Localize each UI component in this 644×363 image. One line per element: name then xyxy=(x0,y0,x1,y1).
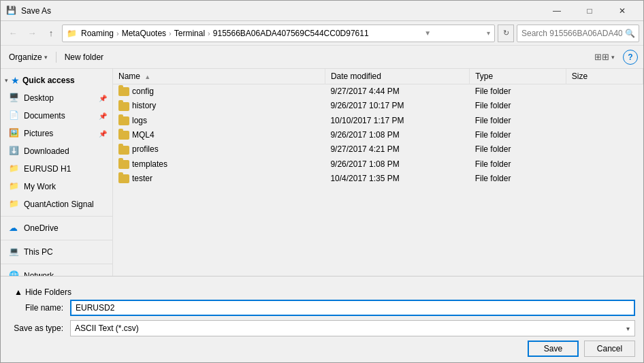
file-size-cell xyxy=(566,171,643,185)
name-sort-arrow: ▲ xyxy=(144,74,150,80)
file-date-cell: 9/26/2017 10:17 PM xyxy=(325,99,469,113)
sidebar-item-documents[interactable]: 📄 Documents 📌 xyxy=(1,107,112,125)
file-date-cell: 10/10/2017 1:17 PM xyxy=(325,113,469,127)
search-input[interactable] xyxy=(517,25,639,42)
sidebar-item-downloaded-label: Downloaded xyxy=(24,146,69,156)
file-type-cell: File folder xyxy=(470,113,566,127)
table-row[interactable]: MQL4 9/26/2017 1:08 PM File folder xyxy=(113,127,643,142)
file-type-cell: File folder xyxy=(470,142,566,157)
address-bar-chevron[interactable]: ▼ xyxy=(424,29,431,37)
hide-folders-label: Hide Folders xyxy=(25,287,71,297)
organize-button[interactable]: Organize ▾ xyxy=(6,51,50,63)
pictures-pin-icon: 📌 xyxy=(99,130,107,138)
filename-label: File name: xyxy=(9,303,70,313)
table-row[interactable]: config 9/27/2017 4:44 PM File folder xyxy=(113,84,643,99)
up-button[interactable]: ↑ xyxy=(43,25,59,42)
file-size-cell xyxy=(566,99,643,113)
save-as-window: 💾 Save As — □ ✕ ← → ↑ 📁Roaming›MetaQuote… xyxy=(0,0,644,363)
file-type-cell: File folder xyxy=(470,99,566,113)
filetype-wrapper: ASCII Text (*.csv) ▾ xyxy=(70,320,635,336)
sidebar-item-eurusd[interactable]: 📁 EURUSD H1 xyxy=(1,160,112,178)
search-wrapper: 🔍 xyxy=(517,25,639,42)
help-button[interactable]: ? xyxy=(623,50,638,65)
file-date-cell: 9/26/2017 1:08 PM xyxy=(325,157,469,171)
sidebar-item-pictures[interactable]: 🖼️ Pictures 📌 xyxy=(1,125,112,142)
address-bar-chevron[interactable]: ▾ xyxy=(487,29,490,37)
folder-icon xyxy=(118,131,129,140)
sidebar-item-documents-label: Documents xyxy=(24,111,65,121)
refresh-button[interactable]: ↻ xyxy=(498,25,514,42)
onedrive-icon: ☁ xyxy=(9,223,20,234)
file-size-cell xyxy=(566,157,643,171)
minimize-button[interactable]: — xyxy=(541,1,573,21)
address-toolbar: ← → ↑ 📁Roaming›MetaQuotes›Terminal›91556… xyxy=(1,21,643,46)
main-content: ▾ ★ Quick access 🖥️ Desktop 📌 📄 Document… xyxy=(1,69,643,276)
file-scroll[interactable]: Name ▲ Date modified Type Size xyxy=(113,69,643,276)
quick-access-section: ▾ ★ Quick access 🖥️ Desktop 📌 📄 Document… xyxy=(1,72,112,213)
col-header-date[interactable]: Date modified xyxy=(325,69,469,84)
quick-access-icon: ★ xyxy=(11,75,20,86)
sidebar: ▾ ★ Quick access 🖥️ Desktop 📌 📄 Document… xyxy=(1,69,113,276)
file-date-cell: 10/4/2017 1:35 PM xyxy=(325,171,469,185)
sidebar-item-quantaction[interactable]: 📁 QuantAction Signal xyxy=(1,195,112,213)
address-bar[interactable]: 📁Roaming›MetaQuotes›Terminal›915566BA06A… xyxy=(62,25,495,42)
col-header-name[interactable]: Name ▲ xyxy=(113,69,325,84)
file-type-cell: File folder xyxy=(470,84,566,99)
close-button[interactable]: ✕ xyxy=(607,1,638,21)
file-area: Name ▲ Date modified Type Size xyxy=(113,69,643,276)
col-header-type[interactable]: Type xyxy=(470,69,566,84)
new-folder-button[interactable]: New folder xyxy=(62,51,106,63)
file-date-cell: 9/27/2017 4:44 PM xyxy=(325,84,469,99)
save-button[interactable]: Save xyxy=(528,341,579,357)
forward-button[interactable]: → xyxy=(24,25,40,42)
sidebar-item-onedrive[interactable]: ☁ OneDrive xyxy=(1,219,112,237)
command-separator xyxy=(56,52,57,63)
command-bar: Organize ▾ New folder ⊞⊞ ▾ ? xyxy=(1,46,643,69)
documents-pin-icon: 📌 xyxy=(99,112,107,120)
documents-icon: 📄 xyxy=(9,110,20,121)
view-button[interactable]: ⊞⊞ ▾ xyxy=(592,50,617,63)
filetype-select[interactable]: ASCII Text (*.csv) xyxy=(70,320,635,336)
filename-input[interactable] xyxy=(70,300,635,316)
sidebar-item-my-work[interactable]: 📁 My Work xyxy=(1,178,112,195)
button-row: Save Cancel xyxy=(9,341,635,357)
file-size-cell xyxy=(566,127,643,142)
bottom-section: ▲ Hide Folders File name: Save as type: … xyxy=(1,276,643,362)
table-row[interactable]: logs 10/10/2017 1:17 PM File folder xyxy=(113,113,643,127)
filename-row: File name: xyxy=(9,300,635,316)
breadcrumb-part-3: 915566BA06ADA407569C544CC0D97611 xyxy=(213,29,369,38)
file-type-cell: File folder xyxy=(470,157,566,171)
sidebar-item-this-pc[interactable]: 💻 This PC xyxy=(1,243,112,261)
table-row[interactable]: templates 9/26/2017 1:08 PM File folder xyxy=(113,157,643,171)
back-button[interactable]: ← xyxy=(5,25,21,42)
quick-access-label: Quick access xyxy=(22,76,75,85)
folder-icon xyxy=(118,146,129,155)
file-name-cell: templates xyxy=(113,157,325,171)
this-pc-icon: 💻 xyxy=(9,247,20,257)
desktop-pin-icon: 📌 xyxy=(99,95,107,102)
quick-access-header[interactable]: ▾ ★ Quick access xyxy=(1,72,112,89)
maximize-button[interactable]: □ xyxy=(574,1,605,21)
table-row[interactable]: history 9/26/2017 10:17 PM File folder xyxy=(113,99,643,113)
file-name-cell: config xyxy=(113,84,325,99)
file-date-cell: 9/26/2017 1:08 PM xyxy=(325,127,469,142)
sidebar-item-network[interactable]: 🌐 Network xyxy=(1,267,112,276)
eurusd-icon: 📁 xyxy=(9,163,20,174)
cancel-button[interactable]: Cancel xyxy=(584,341,635,357)
hide-folders-button[interactable]: ▲ Hide Folders xyxy=(9,285,77,300)
window-icon: 💾 xyxy=(6,5,17,16)
my-work-icon: 📁 xyxy=(9,181,20,192)
col-header-size[interactable]: Size xyxy=(566,69,643,84)
sidebar-item-this-pc-label: This PC xyxy=(24,247,53,257)
network-icon: 🌐 xyxy=(9,270,20,276)
breadcrumb-part-0: Roaming xyxy=(81,29,114,38)
file-table-body: config 9/27/2017 4:44 PM File folder his… xyxy=(113,84,643,186)
table-row[interactable]: profiles 9/27/2017 4:21 PM File folder xyxy=(113,142,643,157)
hide-folders-chevron: ▲ xyxy=(14,287,22,297)
sidebar-item-downloaded[interactable]: ⬇️ Downloaded xyxy=(1,142,112,160)
title-bar: 💾 Save As — □ ✕ xyxy=(1,1,643,21)
sidebar-item-network-label: Network xyxy=(24,271,54,276)
sidebar-item-desktop-label: Desktop xyxy=(24,93,54,103)
table-row[interactable]: tester 10/4/2017 1:35 PM File folder xyxy=(113,171,643,185)
sidebar-item-desktop[interactable]: 🖥️ Desktop 📌 xyxy=(1,89,112,107)
